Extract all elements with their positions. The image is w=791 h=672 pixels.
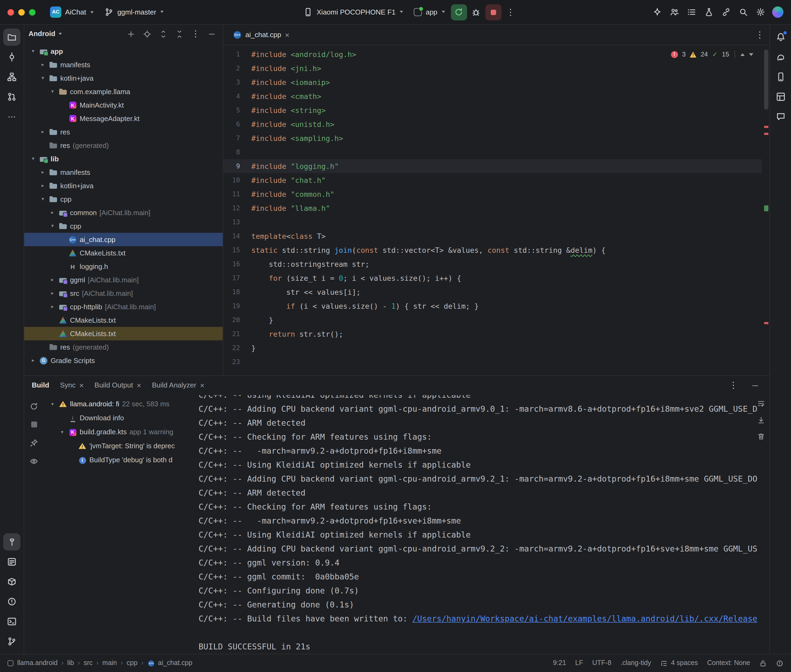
code-with-me-icon[interactable]	[666, 4, 682, 20]
tree-item-jvmtarget-string-is-deprec[interactable]: 'jvmTarget: String' is deprec	[43, 439, 196, 453]
tree-item-cpp[interactable]: ▾cpp	[24, 219, 223, 233]
code-editor[interactable]: 1#include <android/log.h>2#include <jni.…	[223, 45, 770, 375]
scroll-to-end-icon[interactable]	[757, 416, 765, 427]
tree-item-cpp[interactable]: ▾cpp	[24, 192, 223, 206]
tree-item-res[interactable]: res(generated)	[24, 341, 223, 354]
todo-list-icon[interactable]	[684, 4, 700, 20]
breadcrumb-item[interactable]: ai_chat.cpp	[158, 659, 193, 668]
tree-item-common[interactable]: ▸common[AiChat.lib.main]	[24, 206, 223, 219]
pull-requests-tool-icon[interactable]	[3, 88, 21, 106]
debug-button[interactable]	[468, 4, 484, 20]
close-icon[interactable]: ×	[79, 382, 84, 389]
previous-issue-button[interactable]	[740, 53, 745, 56]
tree-item-manifests[interactable]: ▸manifests	[24, 166, 223, 179]
console-link[interactable]: /Users/hanyin/Workspace/ai-chat/examples…	[412, 614, 757, 624]
change-mark[interactable]	[764, 205, 768, 211]
indent-widget[interactable]: 4 spaces	[660, 659, 698, 668]
tree-item-build-gradle-kts[interactable]: ▾build.gradle.ktsapp 1 warning	[43, 425, 196, 439]
inspections-status-icon[interactable]	[776, 659, 783, 667]
running-devices-tool-icon[interactable]	[772, 88, 789, 106]
clear-console-icon[interactable]	[757, 432, 765, 443]
error-mark[interactable]	[764, 133, 768, 135]
project-widget[interactable]: AC AiChat	[45, 4, 98, 21]
build-panel-title[interactable]: Build	[32, 381, 49, 390]
chevron-right-icon[interactable]: ▸	[39, 61, 46, 68]
code-line[interactable]: 15static std::string join(const std::vec…	[223, 243, 762, 257]
tree-item-res[interactable]: ▸res	[24, 125, 223, 139]
chevron-down-icon[interactable]: ▾	[49, 222, 56, 230]
tree-item-llama-android-fi[interactable]: ▾llama.android: fi22 sec, 583 ms	[43, 397, 196, 411]
hide-project-panel-button[interactable]	[205, 27, 218, 41]
tab-ai-chat-cpp[interactable]: ai_chat.cpp ×	[229, 25, 294, 45]
device-manager-tool-icon[interactable]	[772, 68, 789, 85]
minimize-window-button[interactable]	[18, 9, 25, 15]
tree-item-cmakelists-txt[interactable]: CMakeLists.txt	[24, 327, 223, 341]
tree-item-mainactivity-kt[interactable]: MainActivity.kt	[24, 98, 223, 112]
code-line[interactable]: 12#include "llama.h"	[223, 201, 762, 215]
tree-item-cmakelists-txt[interactable]: CMakeLists.txt	[24, 314, 223, 327]
more-tool-windows-icon[interactable]: ⋯	[3, 108, 21, 125]
close-window-button[interactable]	[8, 9, 14, 15]
tree-item-kotlin-java[interactable]: ▸kotlin+java	[24, 179, 223, 192]
problems-tool-icon[interactable]	[3, 593, 21, 610]
tree-item-app[interactable]: ▾app	[24, 45, 223, 58]
vcs-branch-widget[interactable]: ggml-master	[99, 5, 168, 19]
tab-build-output[interactable]: Build Output×	[95, 381, 141, 390]
chevron-right-icon[interactable]: ▸	[30, 357, 37, 364]
link-icon[interactable]	[718, 4, 734, 20]
code-line[interactable]: 18 str << values[i];	[223, 285, 762, 299]
tree-item-cmakelists-txt[interactable]: CMakeLists.txt	[24, 246, 223, 260]
close-icon[interactable]: ×	[137, 382, 141, 389]
code-area[interactable]: 1#include <android/log.h>2#include <jni.…	[223, 47, 762, 375]
collapse-all-button[interactable]	[173, 27, 186, 41]
close-icon[interactable]: ×	[200, 382, 204, 389]
chevron-down-icon[interactable]: ▾	[49, 88, 56, 95]
breadcrumb-item[interactable]: lib	[67, 659, 74, 668]
run-button[interactable]	[451, 4, 467, 20]
gradle-tool-icon[interactable]	[772, 48, 789, 66]
code-line[interactable]: 11#include "common.h"	[223, 187, 762, 201]
tree-item-com-example-llama[interactable]: ▾com.example.llama	[24, 85, 223, 98]
code-line[interactable]: 16 std::ostringstream str;	[223, 257, 762, 271]
run-configuration-selector[interactable]: app	[409, 5, 450, 19]
notifications-icon[interactable]	[772, 29, 789, 46]
lock-icon[interactable]	[759, 659, 767, 667]
project-tool-icon[interactable]	[3, 29, 21, 46]
chevron-down-icon[interactable]: ▾	[49, 401, 56, 408]
breadcrumb-item[interactable]: llama.android	[17, 659, 58, 668]
hide-build-panel-button[interactable]	[748, 379, 762, 392]
inspections-widget[interactable]: 3 24 ✓ 15	[665, 48, 759, 61]
expand-all-button[interactable]	[157, 27, 170, 41]
device-selector[interactable]: Xiaomi POCOPHONE F1	[299, 5, 408, 19]
structure-tool-icon[interactable]	[3, 68, 21, 85]
build-tool-icon[interactable]	[3, 533, 21, 550]
editor-tabs-kebab[interactable]: ⋮	[756, 30, 764, 39]
code-line[interactable]: 6#include <unistd.h>	[223, 117, 762, 131]
code-line[interactable]: 13	[223, 215, 762, 229]
tree-item-src[interactable]: ▸src[AiChat.lib.main]	[24, 286, 223, 300]
error-mark[interactable]	[764, 126, 768, 128]
ai-assistant-icon[interactable]	[649, 4, 665, 20]
build-console[interactable]: C/C++: -- Using KleidiAI optimized kerne…	[196, 395, 770, 654]
code-line[interactable]: 23	[223, 355, 762, 369]
code-line[interactable]: 17 for (size_t i = 0; i < values.size();…	[223, 271, 762, 285]
error-mark[interactable]	[764, 322, 768, 324]
caret-position-widget[interactable]: 9:21	[553, 659, 566, 668]
tree-item-lib[interactable]: ▾lib	[24, 152, 223, 166]
breadcrumb-item[interactable]: main	[102, 659, 117, 668]
tree-item-ai-chat-cpp[interactable]: ai_chat.cpp	[24, 233, 223, 246]
code-line[interactable]: 9#include "logging.h"	[223, 159, 762, 173]
tree-item-buildtype-debug-is-both-d[interactable]: BuildType 'debug' is both d	[43, 453, 196, 467]
tree-item-res[interactable]: res(generated)	[24, 139, 223, 152]
locate-file-button[interactable]	[141, 27, 154, 41]
code-line[interactable]: 7#include <sampling.h>	[223, 131, 762, 145]
chevron-down-icon[interactable]: ▾	[39, 196, 46, 203]
chevron-down-icon[interactable]: ▾	[30, 48, 37, 55]
chevron-right-icon[interactable]: ▸	[49, 277, 56, 283]
commit-tool-icon[interactable]	[3, 48, 21, 66]
error-count[interactable]: 3	[682, 50, 685, 59]
chevron-right-icon[interactable]: ▸	[49, 303, 56, 310]
rerun-build-button[interactable]	[27, 399, 41, 413]
code-line[interactable]: 20 }	[223, 313, 762, 327]
tree-item-kotlin-java[interactable]: ▾kotlin+java	[24, 72, 223, 85]
